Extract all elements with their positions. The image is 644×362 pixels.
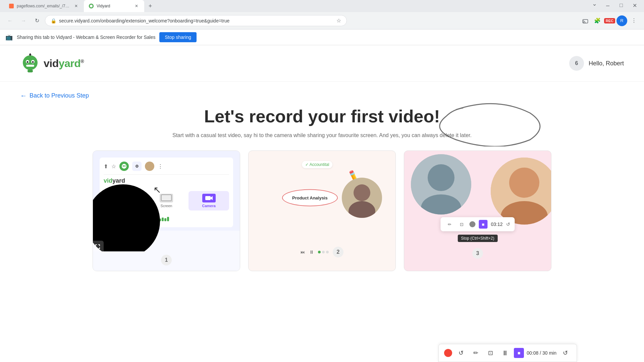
close-window-button[interactable]: ✕ xyxy=(629,0,640,11)
tab-1-label: pageflows.com/_emails/_/7fb5c... xyxy=(17,4,70,8)
recording-toolbar: ✏ ⊡ ■ 03:12 ↺ Stop (Ctrl+Shift+2) xyxy=(440,217,515,231)
svg-point-6 xyxy=(32,61,34,63)
bottom-refresh-icon[interactable]: ↺ xyxy=(455,347,467,359)
settings-icon: ⚙ xyxy=(132,162,142,171)
svg-point-0 xyxy=(90,5,93,7)
lock-icon: 🔒 xyxy=(51,18,56,23)
stop-sharing-button[interactable]: Stop sharing xyxy=(159,32,197,42)
refresh-icon[interactable]: ↺ xyxy=(506,222,510,227)
page-header: vidyard® 6 Hello, Robert xyxy=(0,45,644,82)
profile-avatar[interactable]: R xyxy=(616,15,627,26)
reload-button[interactable]: ↻ xyxy=(32,15,42,26)
audio-bar-8 xyxy=(164,218,166,221)
bottom-timer-divider: / xyxy=(540,350,542,356)
screen-icon xyxy=(160,194,173,202)
card-2-number: 2 xyxy=(333,247,343,257)
bottom-stop-button[interactable]: ■ xyxy=(514,348,524,358)
more-icon: ⋮ xyxy=(158,163,163,170)
tab-2[interactable]: Vidyard ✕ xyxy=(84,0,144,12)
logo-area: vidyard® xyxy=(20,53,84,73)
user-avatar: 6 xyxy=(569,56,584,71)
tab-1-favicon xyxy=(9,3,14,9)
stop-record-icon[interactable]: ■ xyxy=(479,220,487,229)
user-greeting: Hello, Robert xyxy=(589,60,624,67)
back-link-text: Back to Previous Step xyxy=(30,92,89,99)
forward-button[interactable]: → xyxy=(18,15,29,26)
tab-2-label: Vidyard xyxy=(97,4,110,8)
tab-1-close-icon[interactable]: ✕ xyxy=(73,3,79,9)
crop-icon[interactable]: ⊡ xyxy=(457,220,466,229)
bottom-crop-icon[interactable]: ⊡ xyxy=(484,347,496,359)
pause-icon: ⏸ xyxy=(309,249,314,255)
bottom-record-dot[interactable] xyxy=(444,349,452,357)
star-icon: ☆ xyxy=(111,163,116,170)
tab-2-favicon xyxy=(89,3,94,9)
svg-point-20 xyxy=(348,201,375,218)
address-bar[interactable]: 🔒 secure.vidyard.com/onboarding/extensio… xyxy=(45,15,347,26)
profile-icon[interactable]: R xyxy=(616,15,627,26)
tab-collapse-icon[interactable]: ⌄ xyxy=(592,0,597,12)
tab-1[interactable]: pageflows.com/_emails/_/7fb5c... ✕ xyxy=(4,0,84,12)
bottom-pause-icon[interactable]: ⏸ xyxy=(499,347,511,359)
stop-tooltip: Stop (Ctrl+Shift+2) xyxy=(458,235,497,242)
svg-point-19 xyxy=(354,184,370,201)
tab-bar: pageflows.com/_emails/_/7fb5c... ✕ Vidya… xyxy=(0,0,644,12)
svg-point-11 xyxy=(122,164,126,169)
bottom-loop-icon[interactable]: ↺ xyxy=(559,347,571,359)
menu-icon[interactable]: ⋮ xyxy=(629,15,639,26)
vidyard-ui-avatar xyxy=(145,162,154,171)
new-tab-button[interactable]: + xyxy=(146,1,155,11)
card-3: ✏ ⊡ ■ 03:12 ↺ Stop (Ctrl+Shift+2) 3 xyxy=(404,150,551,271)
back-link[interactable]: ← Back to Previous Step xyxy=(20,92,624,100)
bottom-draw-icon[interactable]: ✏ xyxy=(470,347,482,359)
browser-toolbar: ← → ↻ 🔒 secure.vidyard.com/onboarding/ex… xyxy=(0,12,644,29)
svg-point-2 xyxy=(23,55,38,70)
mode-camera[interactable]: Camera xyxy=(189,191,229,210)
dot-3 xyxy=(326,251,329,253)
toolbar-icons: 🧩 REC R ⋮ xyxy=(580,15,639,26)
svg-point-22 xyxy=(428,164,454,191)
dot-1 xyxy=(318,251,321,253)
card-3-content: ✏ ⊡ ■ 03:12 ↺ Stop (Ctrl+Shift+2) xyxy=(404,151,551,245)
card-2-footer: ⏭ ⏸ 2 xyxy=(249,245,395,262)
person-photo xyxy=(342,178,382,218)
play-icon: ⏭ xyxy=(301,249,305,255)
vidyard-topbar: ⬆ ☆ ⚙ ⋮ xyxy=(104,162,229,175)
user-info: 6 Hello, Robert xyxy=(569,56,624,71)
svg-rect-10 xyxy=(28,70,33,72)
dot-indicators xyxy=(318,251,329,253)
extensions-icon[interactable]: 🧩 xyxy=(592,15,603,26)
svg-rect-17 xyxy=(161,195,171,201)
cast-icon[interactable] xyxy=(580,15,591,26)
product-analysis-oval: Product Analysis xyxy=(282,189,338,206)
card-1-footer: 1 xyxy=(93,251,240,271)
accountital-badge: ✓ Accountital xyxy=(302,161,332,168)
audio-bars-2 xyxy=(159,217,169,221)
card-3-footer: 3 xyxy=(404,245,551,263)
minimize-button[interactable]: – xyxy=(602,0,613,11)
person-2-circle xyxy=(491,158,551,225)
mode-label-3: Camera xyxy=(202,204,216,208)
svg-point-25 xyxy=(509,168,539,198)
record-dot-icon xyxy=(469,221,475,227)
svg-rect-18 xyxy=(205,196,211,200)
sharing-bar: 📺 Sharing this tab to Vidyard - Webcam &… xyxy=(0,29,644,45)
share-icon: 📺 xyxy=(5,34,13,41)
robot-icon xyxy=(119,162,129,171)
upload-icon: ⬆ xyxy=(104,163,108,170)
rec-badge: REC xyxy=(604,18,615,23)
back-button[interactable]: ← xyxy=(5,15,15,26)
svg-point-13 xyxy=(124,166,125,167)
draw-icon[interactable]: ✏ xyxy=(445,220,454,229)
maximize-button[interactable]: □ xyxy=(616,0,627,11)
card-2-content: ✓ Accountital ✏️ Product Analysis xyxy=(249,151,395,245)
vidyard-logo-icon xyxy=(20,53,40,73)
tab-2-close-icon[interactable]: ✕ xyxy=(133,3,140,9)
expand-icon[interactable] xyxy=(93,241,104,251)
svg-point-12 xyxy=(123,166,124,167)
favicon-green-icon xyxy=(89,4,94,8)
camera-icon xyxy=(202,194,216,202)
audio-bar-9 xyxy=(167,217,169,221)
svg-point-9 xyxy=(29,54,31,56)
bookmark-star-icon[interactable]: ☆ xyxy=(336,17,341,24)
